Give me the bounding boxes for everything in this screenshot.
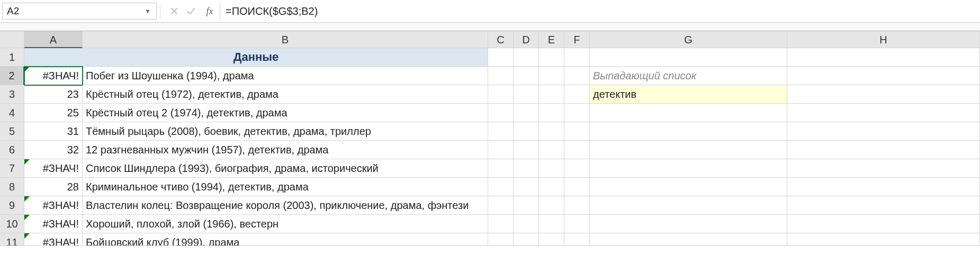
col-header-F[interactable]: F — [564, 31, 590, 48]
col-header-A[interactable]: A — [24, 31, 83, 48]
cell-B9[interactable]: Властелин колец: Возвращение короля (200… — [83, 196, 488, 215]
cell-C9[interactable] — [488, 196, 514, 215]
cell-A2[interactable]: #ЗНАЧ! — [24, 67, 83, 85]
cell-H6[interactable] — [787, 141, 980, 159]
cell-D10[interactable] — [514, 215, 539, 233]
cell-C5[interactable] — [488, 122, 514, 141]
col-header-D[interactable]: D — [514, 31, 539, 48]
cell-E7[interactable] — [539, 159, 564, 178]
cell-D4[interactable] — [514, 104, 539, 122]
cell-B2[interactable]: Побег из Шоушенка (1994), драма — [83, 67, 488, 85]
select-all-corner[interactable] — [0, 31, 24, 48]
cell-G8[interactable] — [590, 178, 787, 196]
cell-A9[interactable]: #ЗНАЧ! — [24, 196, 83, 215]
row-header-9[interactable]: 9 — [0, 196, 24, 215]
col-header-B[interactable]: B — [83, 31, 488, 48]
spreadsheet-grid[interactable]: A B C D E F G H 1 Данные 2 #ЗНАЧ! Побег … — [0, 31, 980, 246]
cell-B6[interactable]: 12 разгневанных мужчин (1957), детектив,… — [83, 141, 488, 159]
cell-G1[interactable] — [590, 48, 787, 67]
cell-D11[interactable] — [514, 233, 539, 246]
cell-A8[interactable]: 28 — [24, 178, 83, 196]
cell-C11[interactable] — [488, 233, 514, 246]
cell-A11[interactable]: #ЗНАЧ! — [24, 233, 83, 246]
cell-G6[interactable] — [590, 141, 787, 159]
cell-G4[interactable] — [590, 104, 787, 122]
cell-F7[interactable] — [564, 159, 590, 178]
cell-E1[interactable] — [539, 48, 564, 67]
cell-D9[interactable] — [514, 196, 539, 215]
cell-F5[interactable] — [564, 122, 590, 141]
cell-D1[interactable] — [514, 48, 539, 67]
cell-C4[interactable] — [488, 104, 514, 122]
cell-H3[interactable] — [787, 85, 980, 104]
col-header-C[interactable]: C — [488, 31, 514, 48]
cell-G11[interactable] — [590, 233, 787, 246]
cell-H1[interactable] — [787, 48, 980, 67]
cell-E11[interactable] — [539, 233, 564, 246]
cell-A10[interactable]: #ЗНАЧ! — [24, 215, 83, 233]
cell-D3[interactable] — [514, 85, 539, 104]
cell-H8[interactable] — [787, 178, 980, 196]
cell-B10[interactable]: Хороший, плохой, злой (1966), вестерн — [83, 215, 488, 233]
row-header-5[interactable]: 5 — [0, 122, 24, 141]
cell-A3[interactable]: 23 — [24, 85, 83, 104]
cell-F11[interactable] — [564, 233, 590, 246]
cell-F3[interactable] — [564, 85, 590, 104]
cell-D8[interactable] — [514, 178, 539, 196]
cell-G2[interactable]: Выпадающий список — [590, 67, 787, 85]
cell-F4[interactable] — [564, 104, 590, 122]
cell-B8[interactable]: Криминальное чтиво (1994), детектив, дра… — [83, 178, 488, 196]
cell-G9[interactable] — [590, 196, 787, 215]
cell-F1[interactable] — [564, 48, 590, 67]
row-header-10[interactable]: 10 — [0, 215, 24, 233]
col-header-G[interactable]: G — [590, 31, 787, 48]
cell-D5[interactable] — [514, 122, 539, 141]
cell-B3[interactable]: Крёстный отец (1972), детектив, драма — [83, 85, 488, 104]
cell-C3[interactable] — [488, 85, 514, 104]
cell-D6[interactable] — [514, 141, 539, 159]
cell-C10[interactable] — [488, 215, 514, 233]
cell-A1B1-header[interactable]: Данные — [24, 48, 488, 67]
col-header-H[interactable]: H — [787, 31, 980, 48]
cell-H5[interactable] — [787, 122, 980, 141]
cell-G3[interactable]: детектив — [590, 85, 787, 104]
col-header-E[interactable]: E — [539, 31, 564, 48]
cell-D2[interactable] — [514, 67, 539, 85]
row-header-3[interactable]: 3 — [0, 85, 24, 104]
name-box-dropdown-icon[interactable]: ▼ — [143, 6, 152, 16]
cell-C1[interactable] — [488, 48, 514, 67]
cell-C8[interactable] — [488, 178, 514, 196]
cell-B11[interactable]: Бойцовский клуб (1999), драма — [83, 233, 488, 246]
cell-F9[interactable] — [564, 196, 590, 215]
cell-C7[interactable] — [488, 159, 514, 178]
cell-F8[interactable] — [564, 178, 590, 196]
cell-F2[interactable] — [564, 67, 590, 85]
row-header-7[interactable]: 7 — [0, 159, 24, 178]
name-box[interactable]: A2 — [2, 3, 157, 20]
cell-E5[interactable] — [539, 122, 564, 141]
formula-input[interactable]: =ПОИСК($G$3;B2) — [220, 3, 980, 20]
cell-B4[interactable]: Крёстный отец 2 (1974), детектив, драма — [83, 104, 488, 122]
cell-C6[interactable] — [488, 141, 514, 159]
cell-A7[interactable]: #ЗНАЧ! — [24, 159, 83, 178]
row-header-2[interactable]: 2 — [0, 67, 24, 85]
cell-H4[interactable] — [787, 104, 980, 122]
cell-E8[interactable] — [539, 178, 564, 196]
row-header-11[interactable]: 11 — [0, 233, 24, 246]
cell-E4[interactable] — [539, 104, 564, 122]
cell-B7[interactable]: Список Шиндлера (1993), биография, драма… — [83, 159, 488, 178]
cell-A5[interactable]: 31 — [24, 122, 83, 141]
cell-F10[interactable] — [564, 215, 590, 233]
cell-H11[interactable] — [787, 233, 980, 246]
cell-E9[interactable] — [539, 196, 564, 215]
cell-C2[interactable] — [488, 67, 514, 85]
cell-G5[interactable] — [590, 122, 787, 141]
cell-A4[interactable]: 25 — [24, 104, 83, 122]
row-header-1[interactable]: 1 — [0, 48, 24, 67]
cell-E2[interactable] — [539, 67, 564, 85]
cell-H9[interactable] — [787, 196, 980, 215]
cell-H10[interactable] — [787, 215, 980, 233]
cell-E6[interactable] — [539, 141, 564, 159]
insert-function-icon[interactable]: fx — [200, 6, 220, 17]
row-header-6[interactable]: 6 — [0, 141, 24, 159]
